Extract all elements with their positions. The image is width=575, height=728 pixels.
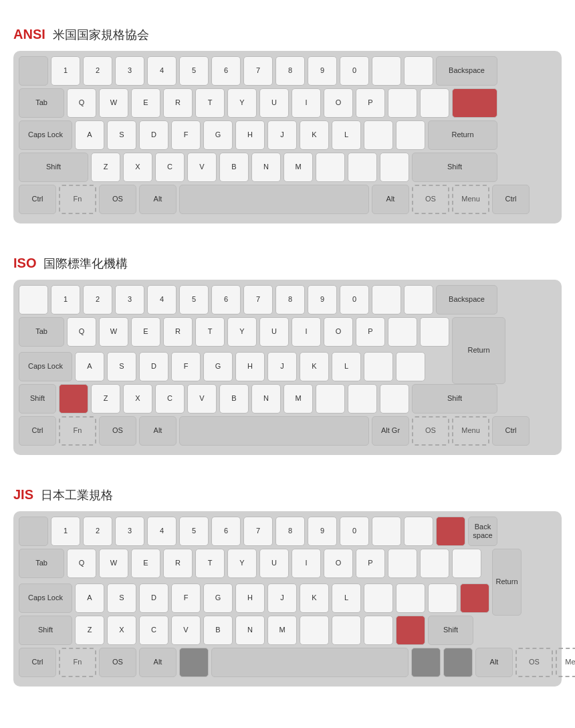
key-jis-r2-k12[interactable]: [428, 583, 457, 613]
key-iso-r0-k1[interactable]: 1: [51, 285, 80, 314]
key-jis-r0-k8[interactable]: 8: [275, 517, 305, 546]
key-ansi-r1-k3[interactable]: E: [131, 88, 160, 118]
key-jis-r1-k0[interactable]: Tab: [19, 549, 64, 578]
key-iso-r3-k4[interactable]: C: [155, 384, 185, 414]
key-jis-r2-k11[interactable]: [396, 583, 425, 613]
key-ansi-r2-k8[interactable]: K: [300, 120, 329, 150]
key-jis-r1-k2[interactable]: W: [99, 549, 128, 578]
key-iso-r1-k9[interactable]: O: [324, 317, 353, 347]
key-iso-r3-k9[interactable]: [316, 384, 345, 414]
key-iso-r4-k2[interactable]: OS: [99, 416, 136, 446]
key-iso-r0-k0[interactable]: [19, 285, 48, 314]
key-iso-r3-k6[interactable]: B: [219, 384, 249, 414]
key-iso-r3-k5[interactable]: V: [187, 384, 217, 414]
key-ansi-r2-k0[interactable]: Caps Lock: [19, 120, 72, 150]
key-ansi-r1-k6[interactable]: Y: [227, 88, 257, 118]
key-ansi-r2-k2[interactable]: S: [107, 120, 136, 150]
key-ansi-r0-k9[interactable]: 9: [308, 56, 337, 86]
key-ansi-r4-k4[interactable]: [179, 185, 369, 214]
key-ansi-r3-k10[interactable]: [380, 153, 409, 182]
key-jis-r1-k6[interactable]: Y: [227, 549, 257, 578]
key-iso-r2-k5[interactable]: G: [203, 352, 233, 381]
key-ansi-r3-k11[interactable]: Shift: [412, 153, 497, 182]
key-iso-r2-k6[interactable]: H: [235, 352, 265, 381]
key-jis-r2-k4[interactable]: F: [171, 583, 201, 613]
key-iso-r2-k7[interactable]: J: [267, 352, 297, 381]
key-jis-r4-k3[interactable]: Alt: [139, 648, 177, 677]
key-jis-r4-k7[interactable]: [443, 648, 473, 677]
key-jis-r4-k4[interactable]: [179, 648, 209, 677]
key-jis-r0-k6[interactable]: 6: [211, 517, 241, 546]
key-ansi-r1-k13[interactable]: [452, 88, 497, 118]
key-ansi-r1-k1[interactable]: Q: [67, 88, 96, 118]
key-ansi-r2-k9[interactable]: L: [332, 120, 361, 150]
key-ansi-r0-k1[interactable]: 1: [51, 56, 80, 86]
key-ansi-r3-k4[interactable]: V: [187, 153, 217, 182]
key-iso-r2-k3[interactable]: D: [139, 352, 168, 381]
key-ansi-r0-k12[interactable]: [404, 56, 433, 86]
key-jis-r0-k0[interactable]: [19, 517, 48, 546]
key-ansi-r1-k11[interactable]: [388, 88, 417, 118]
key-jis-r4-k2[interactable]: OS: [99, 648, 136, 677]
key-iso-r4-k4[interactable]: [179, 416, 369, 446]
key-iso-r0-k11[interactable]: [372, 285, 401, 314]
key-ansi-r2-k12[interactable]: Return: [428, 120, 497, 150]
key-jis-r2-k9[interactable]: L: [332, 583, 361, 613]
key-jis-r2-k8[interactable]: K: [300, 583, 329, 613]
key-ansi-r0-k7[interactable]: 7: [243, 56, 273, 86]
key-ansi-r1-k9[interactable]: O: [324, 88, 353, 118]
key-iso-r0-k6[interactable]: 6: [211, 285, 241, 314]
key-jis-r0-k10[interactable]: 0: [340, 517, 369, 546]
key-iso-r0-k13[interactable]: Backspace: [436, 285, 497, 314]
key-ansi-r3-k2[interactable]: X: [123, 153, 152, 182]
key-ansi-r3-k6[interactable]: N: [251, 153, 281, 182]
key-jis-r2-k7[interactable]: J: [267, 583, 297, 613]
key-iso-r2-k10[interactable]: [364, 352, 393, 381]
key-iso-r2-k9[interactable]: L: [332, 352, 361, 381]
key-ansi-r0-k10[interactable]: 0: [340, 56, 369, 86]
key-iso-r0-k9[interactable]: 9: [308, 285, 337, 314]
key-jis-2-red[interactable]: [460, 583, 489, 613]
key-jis-r0-k13[interactable]: [436, 517, 465, 546]
key-jis-r4-k8[interactable]: Alt: [475, 648, 513, 677]
key-jis-r3-k1[interactable]: Z: [75, 616, 104, 645]
key-jis-r4-k9[interactable]: OS: [515, 648, 553, 677]
key-jis-r3-k5[interactable]: B: [203, 616, 233, 645]
key-ansi-r0-k8[interactable]: 8: [275, 56, 305, 86]
key-ansi-r3-k1[interactable]: Z: [91, 153, 120, 182]
key-ansi-r3-k0[interactable]: Shift: [19, 153, 88, 182]
key-jis-r4-k1[interactable]: Fn: [59, 648, 96, 677]
key-jis-r3-k2[interactable]: X: [107, 616, 136, 645]
key-iso-r4-k3[interactable]: Alt: [139, 416, 177, 446]
key-jis-r2-k0[interactable]: Caps Lock: [19, 583, 72, 613]
key-ansi-r4-k0[interactable]: Ctrl: [19, 185, 56, 214]
key-ansi-r2-k6[interactable]: H: [235, 120, 265, 150]
key-jis-r2-k5[interactable]: G: [203, 583, 233, 613]
key-ansi-r3-k8[interactable]: [316, 153, 345, 182]
key-ansi-r1-k12[interactable]: [420, 88, 449, 118]
key-ansi-r3-k7[interactable]: M: [283, 153, 313, 182]
key-iso-r1-k10[interactable]: P: [356, 317, 385, 347]
key-jis-r1-k1[interactable]: Q: [67, 549, 96, 578]
key-iso-r4-k7[interactable]: Menu: [452, 416, 489, 446]
key-jis-return[interactable]: Return: [492, 549, 522, 616]
key-iso-r3-k12[interactable]: Shift: [412, 384, 497, 414]
key-ansi-r0-k6[interactable]: 6: [211, 56, 241, 86]
key-ansi-r1-k10[interactable]: P: [356, 88, 385, 118]
key-iso-r0-k2[interactable]: 2: [83, 285, 112, 314]
key-jis-r3-k12[interactable]: Shift: [428, 616, 473, 645]
key-ansi-r0-k0[interactable]: [19, 56, 48, 86]
key-ansi-r1-k5[interactable]: T: [195, 88, 225, 118]
key-ansi-r3-k9[interactable]: [348, 153, 377, 182]
key-jis-r2-k10[interactable]: [364, 583, 393, 613]
key-jis-r3-k8[interactable]: [300, 616, 329, 645]
key-iso-r3-k10[interactable]: [348, 384, 377, 414]
key-iso-r0-k8[interactable]: 8: [275, 285, 305, 314]
key-jis-r0-k4[interactable]: 4: [147, 517, 177, 546]
key-iso-r1-k3[interactable]: E: [131, 317, 160, 347]
key-jis-r1-k11[interactable]: [388, 549, 417, 578]
key-jis-r0-k12[interactable]: [404, 517, 433, 546]
key-iso-r1-k8[interactable]: I: [292, 317, 321, 347]
key-iso-r4-k8[interactable]: Ctrl: [492, 416, 530, 446]
key-iso-r1-k6[interactable]: Y: [227, 317, 257, 347]
